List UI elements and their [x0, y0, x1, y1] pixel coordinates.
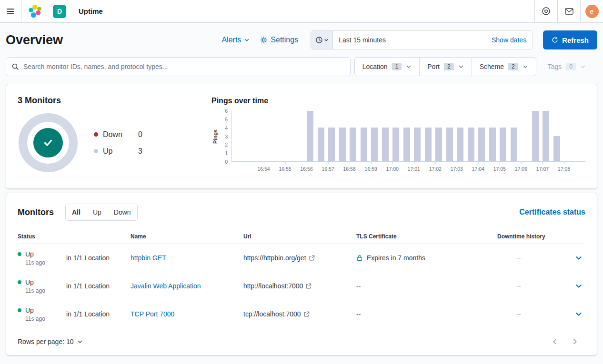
pings-bar	[328, 128, 335, 161]
legend-value: 0	[138, 130, 142, 139]
pings-bar	[350, 128, 356, 161]
status-cell: Up 11s ago	[18, 306, 66, 322]
show-dates-button[interactable]: Show dates	[486, 31, 532, 49]
monitor-name-link[interactable]: httpbin GET	[131, 254, 166, 262]
lock-icon	[356, 255, 363, 261]
tab-down[interactable]: Down	[108, 204, 137, 220]
quick-select-button[interactable]	[311, 31, 333, 49]
previous-page-button[interactable]	[549, 336, 561, 347]
settings-button[interactable]: Settings	[260, 36, 298, 44]
filter-label: Tags	[548, 63, 562, 70]
refresh-icon	[552, 37, 558, 43]
pings-bar	[532, 111, 539, 161]
column-header-tls: TLS Certificate	[356, 229, 497, 244]
tab-all[interactable]: All	[66, 204, 87, 220]
up-dot-icon	[94, 149, 98, 153]
chevron-down-icon	[580, 64, 586, 69]
filter-tags-button[interactable]: Tags 0	[540, 63, 597, 70]
url-cell: http://localhost:7000	[243, 282, 356, 290]
downtime-cell: --	[497, 254, 566, 262]
status-ago: 11s ago	[25, 315, 66, 322]
url-cell: https://httpbin.org/get	[243, 254, 356, 262]
monitor-name-link[interactable]: TCP Port 7000	[131, 310, 174, 318]
pings-bar	[318, 128, 324, 161]
monitors-title: Monitors	[18, 207, 54, 217]
table-footer: Rows per page: 10	[18, 328, 585, 347]
newsfeed-button[interactable]	[557, 0, 580, 22]
chevron-down-icon	[324, 38, 329, 42]
filter-row: Location 1 Port 2 Scheme 2 Tags 0	[0, 57, 603, 76]
filter-count-badge: 2	[444, 63, 454, 70]
app-title: Uptime	[79, 7, 103, 15]
filter-port-button[interactable]: Port 2	[419, 58, 471, 76]
x-tick-label: 16:59	[365, 166, 377, 172]
expand-row-button[interactable]	[575, 282, 583, 290]
status-ago: 11s ago	[25, 259, 66, 266]
x-tick-label: 17:08	[558, 166, 570, 172]
y-axis-ticks: 0123456	[219, 111, 231, 162]
pings-bar	[468, 128, 474, 161]
search-icon	[11, 63, 19, 70]
status-text: Up	[25, 278, 34, 286]
next-page-button[interactable]	[569, 336, 581, 347]
rows-per-page-button[interactable]: Rows per page: 10	[18, 338, 83, 345]
monitors-header: Monitors All Up Down Certificates status	[18, 204, 585, 221]
monitors-card: Monitors All Up Down Certificates status…	[6, 193, 597, 355]
x-tick-label: 16:55	[279, 166, 291, 172]
legend-label: Down	[103, 130, 131, 139]
expand-row-button[interactable]	[575, 254, 583, 262]
y-tick-label: 0	[225, 159, 228, 165]
external-link-icon[interactable]	[309, 255, 315, 261]
search-input[interactable]	[6, 57, 351, 76]
external-link-icon[interactable]	[304, 311, 310, 317]
monitor-name-link[interactable]: Javalin Web Application	[131, 282, 201, 290]
monitor-url: http://localhost:7000	[243, 282, 303, 290]
all-up-badge	[33, 128, 63, 157]
table-header-row: Status Name Url TLS Certificate Downtime…	[18, 229, 585, 244]
x-tick-label: 17:03	[451, 166, 463, 172]
clock-icon	[315, 36, 323, 44]
pings-chart-block: Pings over time Pings 0123456 16:5416:55…	[211, 96, 585, 177]
chevron-down-icon	[77, 339, 83, 344]
certificates-status-link[interactable]: Certificates status	[519, 208, 585, 216]
filter-count-badge: 1	[392, 63, 402, 70]
y-axis-label: Pings	[212, 129, 218, 144]
filter-label: Port	[427, 63, 440, 70]
x-tick-label: 16:54	[257, 166, 270, 172]
rows-per-page-label: Rows per page: 10	[18, 338, 74, 345]
cloud-deployment-button[interactable]	[534, 0, 557, 22]
x-tick-label: 16:58	[343, 166, 356, 172]
menu-button[interactable]	[0, 0, 21, 22]
gear-icon	[260, 36, 268, 44]
pings-chart: Pings 0123456 16:5416:5516:5616:5716:581…	[211, 111, 585, 177]
date-range-button[interactable]: Last 15 minutes	[333, 31, 486, 49]
url-cell: tcp://localhost:7000	[243, 310, 356, 318]
chevron-down-icon	[523, 64, 528, 69]
user-menu-button[interactable]: e	[580, 0, 603, 22]
refresh-button[interactable]: Refresh	[543, 30, 597, 49]
hamburger-icon	[7, 9, 14, 14]
alerts-dropdown-button[interactable]: Alerts	[221, 36, 250, 44]
page-title: Overview	[6, 33, 63, 48]
external-link-icon[interactable]	[306, 283, 312, 289]
filter-location-button[interactable]: Location 1	[355, 58, 420, 76]
y-tick-label: 2	[225, 142, 228, 148]
down-dot-icon	[94, 132, 98, 137]
elastic-logo[interactable]	[28, 4, 42, 19]
filter-scheme-button[interactable]: Scheme 2	[472, 58, 536, 76]
y-tick-label: 4	[225, 125, 228, 130]
location-cell: in 1/1 Location	[66, 310, 131, 318]
status-text: Up	[25, 306, 34, 314]
pings-bar	[403, 128, 410, 161]
pings-bar	[382, 128, 389, 161]
check-icon	[41, 136, 55, 150]
filter-label: Location	[362, 63, 388, 70]
pings-bar	[371, 128, 378, 161]
filter-count-badge: 0	[566, 63, 576, 70]
tab-up[interactable]: Up	[87, 204, 108, 220]
snapshot-summary: 3 Monitors Down 0	[18, 96, 211, 177]
expand-row-button[interactable]	[575, 310, 583, 318]
status-donut-chart	[19, 113, 78, 172]
space-avatar[interactable]: D	[53, 5, 66, 18]
mail-icon	[565, 8, 573, 15]
